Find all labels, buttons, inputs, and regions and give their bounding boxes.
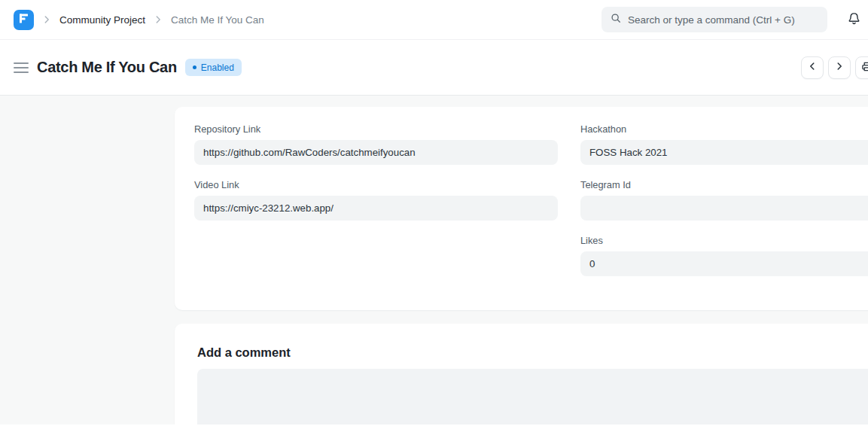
form-column-left: Repository Link Video Link xyxy=(194,123,558,291)
app-window: Community Project Catch Me If You Can xyxy=(0,0,868,426)
likes-input[interactable] xyxy=(580,251,868,276)
frappe-logo-icon xyxy=(18,13,29,27)
page-header: Catch Me If You Can Enabled xyxy=(0,40,868,96)
comment-input[interactable] xyxy=(197,369,868,424)
sidebar-toggle-button[interactable] xyxy=(14,59,30,76)
printer-icon xyxy=(861,61,868,75)
form-column-right: Hackathon Telegram Id Likes xyxy=(580,123,868,291)
search-input[interactable] xyxy=(628,14,818,26)
telegram-id-input[interactable] xyxy=(580,196,868,221)
field-hackathon: Hackathon xyxy=(580,123,868,165)
field-label: Likes xyxy=(580,235,868,246)
status-badge-label: Enabled xyxy=(201,62,234,73)
chevron-left-icon xyxy=(807,61,818,74)
search-icon xyxy=(611,13,621,26)
status-badge: Enabled xyxy=(185,59,242,76)
video-link-input[interactable] xyxy=(194,196,558,221)
field-label: Video Link xyxy=(194,179,558,190)
chevron-right-icon xyxy=(153,14,163,25)
chevron-right-icon xyxy=(834,61,845,74)
field-label: Repository Link xyxy=(194,123,558,135)
header-actions xyxy=(801,56,868,79)
comments-section-card: Add a comment xyxy=(175,324,868,424)
hackathon-input[interactable] xyxy=(580,140,868,165)
global-search[interactable] xyxy=(602,7,827,32)
hamburger-icon xyxy=(14,62,30,73)
next-document-button[interactable] xyxy=(828,56,851,79)
status-dot-icon xyxy=(193,65,196,69)
repository-link-input[interactable] xyxy=(194,140,558,165)
comments-heading: Add a comment xyxy=(197,346,868,359)
form-grid: Repository Link Video Link Hackathon Tel xyxy=(194,123,868,291)
previous-document-button[interactable] xyxy=(801,56,824,79)
app-logo[interactable] xyxy=(14,10,34,30)
notifications-button[interactable] xyxy=(844,10,863,29)
document-body: Repository Link Video Link Hackathon Tel xyxy=(0,96,868,424)
breadcrumb-community-project[interactable]: Community Project xyxy=(59,14,145,26)
breadcrumb-current-document: Catch Me If You Can xyxy=(171,14,264,26)
chevron-right-icon xyxy=(41,14,52,25)
page-title: Catch Me If You Can xyxy=(37,59,177,76)
field-repository-link: Repository Link xyxy=(194,123,558,165)
field-label: Hackathon xyxy=(580,123,868,135)
bell-icon xyxy=(847,11,861,28)
field-telegram-id: Telegram Id xyxy=(580,179,868,221)
field-likes: Likes xyxy=(580,235,868,276)
print-button[interactable] xyxy=(855,56,868,79)
field-label: Telegram Id xyxy=(580,179,868,190)
form-section-card: Repository Link Video Link Hackathon Tel xyxy=(175,107,868,310)
top-navbar: Community Project Catch Me If You Can xyxy=(0,0,868,40)
field-video-link: Video Link xyxy=(194,179,558,221)
